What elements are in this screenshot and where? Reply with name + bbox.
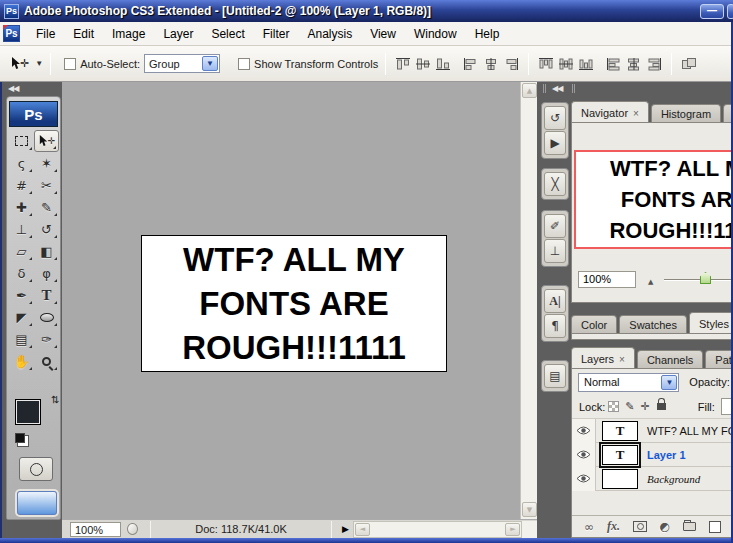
auto-select-scope-dropdown[interactable]: Group ▼ xyxy=(144,54,220,73)
visibility-toggle[interactable] xyxy=(572,443,596,467)
brushes-panel-button[interactable]: ✐ xyxy=(544,214,566,238)
gradient-tool[interactable]: ◧ xyxy=(34,240,59,262)
tab-navigator[interactable]: Navigator× xyxy=(571,101,649,123)
background-layer-thumbnail[interactable] xyxy=(602,469,638,489)
toolbox-collapse-arrows-icon[interactable]: ◀◀ xyxy=(2,82,62,95)
rectangular-marquee-tool[interactable] xyxy=(9,130,34,152)
notes-tool[interactable]: ▤ xyxy=(9,328,34,350)
close-icon[interactable]: × xyxy=(619,354,625,365)
healing-brush-tool[interactable]: ✚ xyxy=(9,196,34,218)
distribute-vertical-centers-icon[interactable] xyxy=(557,56,575,72)
document-canvas[interactable]: WTF? ALL MY FONTS ARE ROUGH!!!1111 xyxy=(141,235,447,372)
tab-swatches[interactable]: Swatches xyxy=(619,315,687,334)
layer-comps-panel-button[interactable]: ▤ xyxy=(544,364,566,388)
screen-mode-button[interactable] xyxy=(17,491,57,515)
scroll-right-icon[interactable]: ► xyxy=(505,523,520,536)
move-tool[interactable]: ✛ xyxy=(34,130,59,152)
dock-grip-icon[interactable] xyxy=(572,84,575,93)
blur-tool[interactable]: δ xyxy=(9,262,34,284)
menu-view[interactable]: View xyxy=(362,24,404,44)
layer-row-layer-1[interactable]: T Layer 1 xyxy=(572,443,733,467)
tool-preset-dropdown-arrow-icon[interactable]: ▼ xyxy=(35,59,43,68)
character-panel-button[interactable]: A| xyxy=(544,289,566,313)
distribute-bottom-edges-icon[interactable] xyxy=(577,56,595,72)
status-menu-arrow-icon[interactable]: ▶ xyxy=(342,524,349,534)
menu-help[interactable]: Help xyxy=(467,24,508,44)
navigator-zoom-slider[interactable] xyxy=(664,279,733,281)
scroll-down-icon[interactable]: ▼ xyxy=(522,502,537,517)
tool-presets-panel-button[interactable]: ╳ xyxy=(544,172,566,196)
chevron-down-icon[interactable]: ▼ xyxy=(661,375,677,390)
lasso-tool[interactable]: ς xyxy=(9,152,34,174)
align-left-edges-icon[interactable] xyxy=(462,56,480,72)
pen-tool[interactable]: ✒ xyxy=(9,284,34,306)
adjustment-layer-icon[interactable]: ◐ xyxy=(657,518,674,535)
dock-collapse-arrows-icon[interactable]: ◀◀ xyxy=(552,84,562,93)
layer-name[interactable]: Background xyxy=(647,473,700,485)
eyedropper-tool[interactable]: ✑ xyxy=(34,328,59,350)
layer-style-fx-icon[interactable]: fx. xyxy=(607,519,620,534)
move-tool-options-icon[interactable]: ✛ ▼ xyxy=(10,57,43,71)
menu-window[interactable]: Window xyxy=(406,24,465,44)
version-cue-icon[interactable] xyxy=(127,523,138,535)
align-top-edges-icon[interactable] xyxy=(394,56,412,72)
zoom-out-icon[interactable]: ▲ xyxy=(648,278,653,286)
text-layer-thumbnail[interactable]: T xyxy=(602,421,638,441)
menu-analysis[interactable]: Analysis xyxy=(299,24,360,44)
close-icon[interactable]: × xyxy=(633,108,639,119)
link-layers-icon[interactable]: ∞ xyxy=(584,520,594,534)
foreground-color-swatch[interactable] xyxy=(15,399,41,425)
distribute-left-edges-icon[interactable] xyxy=(605,56,623,72)
tab-paths[interactable]: Paths xyxy=(705,350,733,369)
visibility-toggle[interactable] xyxy=(572,467,596,491)
auto-select-checkbox[interactable] xyxy=(64,58,76,70)
default-colors-icon[interactable] xyxy=(15,433,25,443)
zoom-tool[interactable] xyxy=(34,350,59,372)
align-right-edges-icon[interactable] xyxy=(502,56,520,72)
lock-pixels-icon[interactable]: ✎ xyxy=(625,400,634,413)
new-group-icon[interactable] xyxy=(683,522,696,531)
menu-image[interactable]: Image xyxy=(104,24,153,44)
slice-tool[interactable]: ✂ xyxy=(34,174,59,196)
menu-layer[interactable]: Layer xyxy=(155,24,201,44)
menu-edit[interactable]: Edit xyxy=(65,24,102,44)
menu-filter[interactable]: Filter xyxy=(255,24,298,44)
crop-tool[interactable]: # xyxy=(9,174,34,196)
lock-all-icon[interactable] xyxy=(657,403,666,410)
horizontal-scrollbar[interactable]: ◄ ► xyxy=(353,521,522,538)
actions-panel-button[interactable]: ▶ xyxy=(544,131,566,155)
type-tool[interactable]: T xyxy=(34,284,59,306)
dock-grip-icon[interactable] xyxy=(543,84,546,93)
new-layer-icon[interactable] xyxy=(709,521,721,533)
history-brush-tool[interactable]: ↺ xyxy=(34,218,59,240)
auto-align-layers-icon[interactable] xyxy=(680,56,698,72)
show-transform-checkbox[interactable] xyxy=(238,58,250,70)
tab-layers[interactable]: Layers× xyxy=(571,347,635,369)
shape-tool[interactable] xyxy=(34,306,59,328)
navigator-zoom-input[interactable]: 100% xyxy=(578,271,636,288)
align-horizontal-centers-icon[interactable] xyxy=(482,56,500,72)
photoshop-logo[interactable]: Ps xyxy=(9,101,58,127)
align-vertical-centers-icon[interactable] xyxy=(414,56,432,72)
tab-channels[interactable]: Channels xyxy=(637,350,703,369)
tab-histogram[interactable]: Histogram xyxy=(651,104,721,123)
canvas-area[interactable]: WTF? ALL MY FONTS ARE ROUGH!!!1111 xyxy=(62,82,520,519)
eraser-tool[interactable]: ▱ xyxy=(9,240,34,262)
hand-tool[interactable]: ✋ xyxy=(9,350,34,372)
clone-source-panel-button[interactable]: ⊥ xyxy=(544,239,566,263)
swap-colors-icon[interactable]: ⇄ xyxy=(50,395,61,403)
distribute-right-edges-icon[interactable] xyxy=(645,56,663,72)
history-panel-button[interactable]: ↺ xyxy=(544,106,566,130)
layer-name[interactable]: WTF? ALL MY FONT xyxy=(647,425,733,437)
distribute-top-edges-icon[interactable] xyxy=(537,56,555,72)
lock-transparency-icon[interactable] xyxy=(608,401,619,412)
add-layer-mask-icon[interactable] xyxy=(633,521,647,532)
distribute-horizontal-centers-icon[interactable] xyxy=(625,56,643,72)
navigator-preview[interactable]: WTF? ALL MY FONTS ARE ROUGH!!!1111 xyxy=(574,150,733,249)
path-selection-tool[interactable]: ◤ xyxy=(9,306,34,328)
brush-tool[interactable]: ✎ xyxy=(34,196,59,218)
quick-mask-button[interactable] xyxy=(19,457,53,481)
maximize-button-partial[interactable] xyxy=(727,4,733,19)
text-layer-thumbnail[interactable]: T xyxy=(602,445,638,465)
clone-stamp-tool[interactable]: ⊥ xyxy=(9,218,34,240)
